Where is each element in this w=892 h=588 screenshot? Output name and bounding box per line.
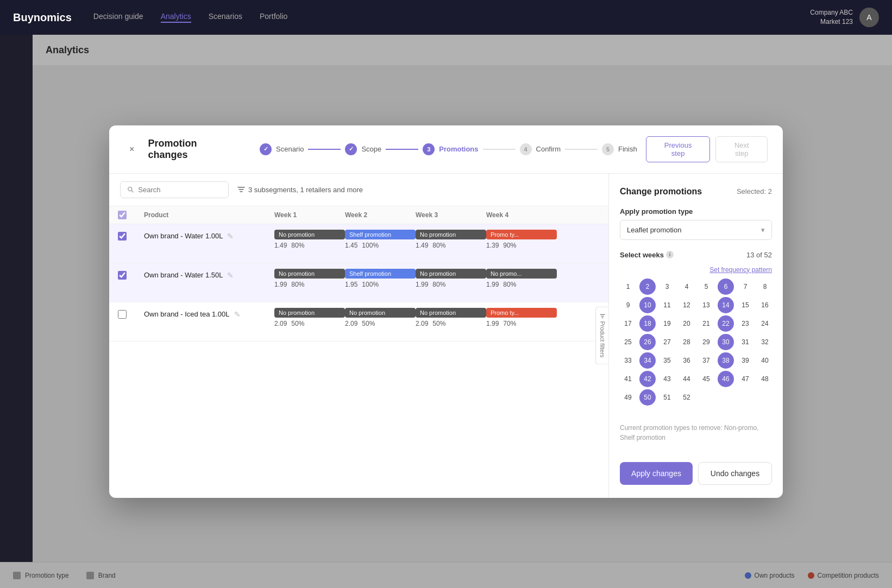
nav-scenarios[interactable]: Scenarios (209, 12, 242, 23)
week-num-8[interactable]: 8 (757, 279, 773, 295)
step-line-1 (308, 149, 341, 150)
weeks-title: Select weeks i (620, 251, 674, 259)
modal-close-button[interactable]: × (124, 142, 140, 157)
week-num-14[interactable]: 14 (718, 297, 734, 313)
select-all-checkbox[interactable] (118, 211, 127, 219)
row3-week4[interactable]: Promo ty... 1.99 70% (486, 302, 557, 333)
week-num-19[interactable]: 19 (659, 315, 675, 332)
set-frequency-button[interactable]: Set frequency pattern (709, 266, 772, 274)
row1-week3-badge: No promotion (416, 230, 486, 239)
week-num-48[interactable]: 48 (757, 371, 773, 387)
avatar[interactable]: A (859, 8, 879, 27)
week-num-21[interactable]: 21 (698, 315, 714, 332)
row3-checkbox[interactable] (118, 310, 127, 319)
week-num-44[interactable]: 44 (679, 371, 695, 387)
week-num-36[interactable]: 36 (679, 352, 695, 369)
nav-links: Decision guide Analytics Scenarios Portf… (93, 12, 288, 23)
row3-week3[interactable]: No promotion 2.09 50% (416, 302, 486, 333)
week-num-2[interactable]: 2 (639, 279, 656, 295)
row1-week4[interactable]: Promo ty... 1.39 90% (486, 224, 557, 255)
row1-edit-icon[interactable]: ✎ (227, 232, 234, 241)
row2-week2[interactable]: Shelf promotion 1.95 100% (345, 263, 416, 294)
week-num-6[interactable]: 6 (718, 279, 734, 295)
week-num-11[interactable]: 11 (659, 297, 675, 313)
week-num-45[interactable]: 45 (698, 371, 714, 387)
week-num-23[interactable]: 23 (737, 315, 753, 332)
search-box[interactable] (120, 181, 229, 198)
week-num-18[interactable]: 18 (639, 315, 656, 332)
week-num-37[interactable]: 37 (698, 352, 714, 369)
week-num-46[interactable]: 46 (718, 371, 734, 387)
row3-week2[interactable]: No promotion 2.09 50% (345, 302, 416, 333)
step-scope: ✓ Scope (345, 143, 381, 155)
row1-checkbox-cell (118, 224, 144, 248)
week-num-50[interactable]: 50 (639, 389, 656, 406)
svg-line-1 (131, 191, 134, 193)
row3-edit-icon[interactable]: ✎ (234, 310, 241, 319)
week-num-33[interactable]: 33 (620, 352, 636, 369)
nav-decision-guide[interactable]: Decision guide (93, 12, 143, 23)
week-num-34[interactable]: 34 (639, 352, 656, 369)
row2-edit-icon[interactable]: ✎ (227, 271, 234, 280)
week-num-47[interactable]: 47 (737, 371, 753, 387)
week-num-24[interactable]: 24 (757, 315, 773, 332)
week-num-43[interactable]: 43 (659, 371, 675, 387)
prev-step-button[interactable]: Previous step (646, 136, 711, 162)
promo-type-dropdown[interactable]: Leaflet promotion ▾ (620, 220, 772, 240)
right-panel: Change promotions Selected: 2 Apply prom… (609, 174, 783, 498)
week-num-52[interactable]: 52 (679, 389, 695, 406)
row1-week1-values: 1.49 80% (274, 242, 345, 249)
week-num-38[interactable]: 38 (718, 352, 734, 369)
week-num-12[interactable]: 12 (679, 297, 695, 313)
week-num-51[interactable]: 51 (659, 389, 675, 406)
row1-week2[interactable]: Shelf promotion 1.45 100% (345, 224, 416, 255)
row2-product-cell: Own brand - Water 1.50L ✎ (144, 263, 274, 287)
week-num-30[interactable]: 30 (718, 334, 734, 350)
week-num-16[interactable]: 16 (757, 297, 773, 313)
row2-week1[interactable]: No promotion 1.99 80% (274, 263, 345, 294)
filter-icon (237, 186, 245, 193)
th-product: Product (144, 211, 274, 219)
week-num-15[interactable]: 15 (737, 297, 753, 313)
week-num-10[interactable]: 10 (639, 297, 656, 313)
undo-changes-button[interactable]: Undo changes (698, 462, 772, 485)
week-num-28[interactable]: 28 (679, 334, 695, 350)
nav-portfolio[interactable]: Portfolio (260, 12, 287, 23)
week-num-3[interactable]: 3 (659, 279, 675, 295)
apply-changes-button[interactable]: Apply changes (620, 462, 693, 485)
week-num-40[interactable]: 40 (757, 352, 773, 369)
week-num-35[interactable]: 35 (659, 352, 675, 369)
product-filters-tab[interactable]: Product filters (595, 306, 609, 364)
week-num-29[interactable]: 29 (698, 334, 714, 350)
step-finish-label: Finish (618, 145, 637, 153)
row2-checkbox[interactable] (118, 271, 127, 280)
week-num-39[interactable]: 39 (737, 352, 753, 369)
row2-week3[interactable]: No promotion 1.99 80% (416, 263, 486, 294)
week-num-13[interactable]: 13 (698, 297, 714, 313)
row2-week4[interactable]: No promo... 1.99 80% (486, 263, 557, 294)
week-num-49[interactable]: 49 (620, 389, 636, 406)
week-num-32[interactable]: 32 (757, 334, 773, 350)
row3-week1-values: 2.09 50% (274, 320, 345, 327)
week-num-4[interactable]: 4 (679, 279, 695, 295)
week-num-25[interactable]: 25 (620, 334, 636, 350)
nav-analytics[interactable]: Analytics (161, 12, 191, 23)
row3-week1[interactable]: No promotion 2.09 50% (274, 302, 345, 333)
week-num-22[interactable]: 22 (718, 315, 734, 332)
row1-week3[interactable]: No promotion 1.49 80% (416, 224, 486, 255)
week-num-17[interactable]: 17 (620, 315, 636, 332)
week-num-5[interactable]: 5 (698, 279, 714, 295)
week-num-42[interactable]: 42 (639, 371, 656, 387)
row1-checkbox[interactable] (118, 232, 127, 241)
week-num-26[interactable]: 26 (639, 334, 656, 350)
week-num-27[interactable]: 27 (659, 334, 675, 350)
week-num-41[interactable]: 41 (620, 371, 636, 387)
week-num-1[interactable]: 1 (620, 279, 636, 295)
search-input[interactable] (138, 186, 222, 194)
row1-week1[interactable]: No promotion 1.49 80% (274, 224, 345, 255)
week-num-20[interactable]: 20 (679, 315, 695, 332)
week-num-31[interactable]: 31 (737, 334, 753, 350)
week-num-7[interactable]: 7 (737, 279, 753, 295)
company-info: Company ABC Market 123 (810, 8, 853, 27)
week-num-9[interactable]: 9 (620, 297, 636, 313)
